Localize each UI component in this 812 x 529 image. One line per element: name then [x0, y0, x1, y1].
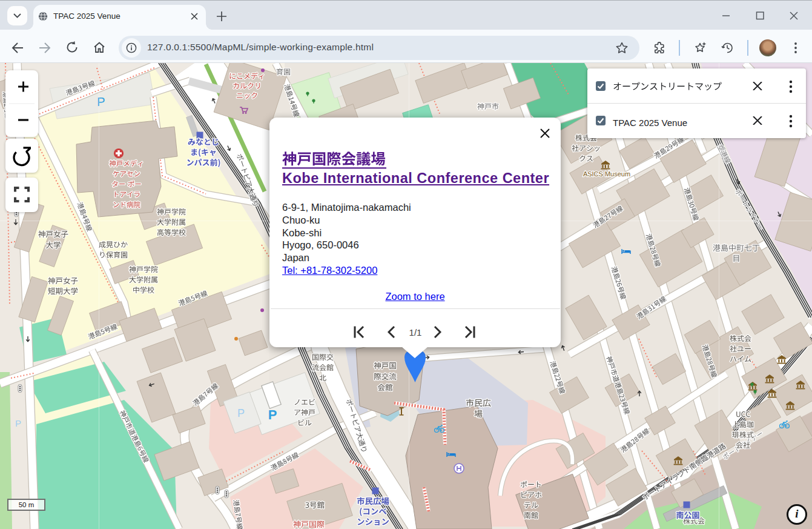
- svg-text:P: P: [268, 407, 277, 422]
- svg-text:P: P: [15, 418, 21, 428]
- svg-text:ASICS Museum: ASICS Museum: [583, 170, 630, 178]
- svg-text:P: P: [237, 407, 245, 419]
- svg-text:P: P: [97, 95, 105, 108]
